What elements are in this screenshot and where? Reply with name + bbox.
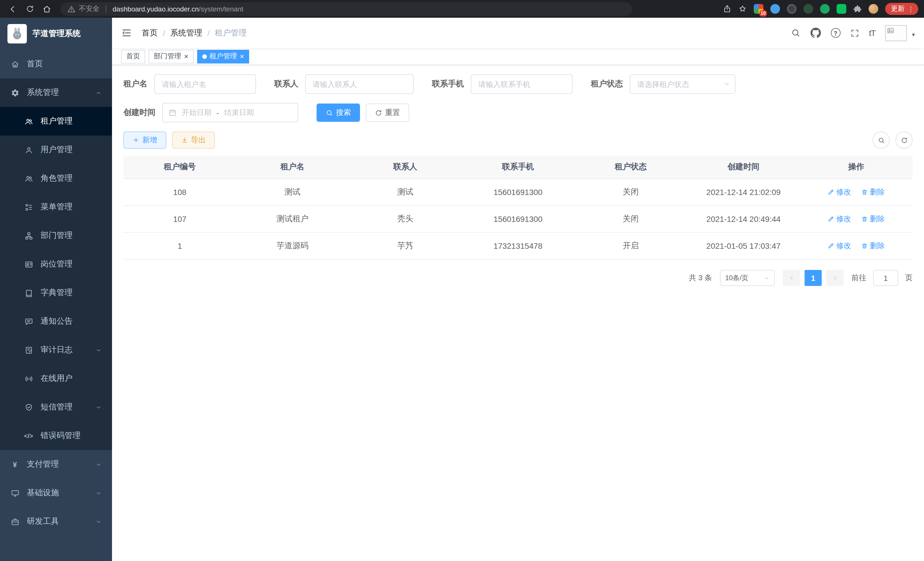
broadcast-icon — [24, 374, 33, 383]
user-icon — [24, 145, 33, 154]
status-select[interactable] — [630, 74, 735, 94]
sidebar-item-audit-log[interactable]: 审计日志 — [0, 336, 112, 364]
export-button[interactable]: 导出 — [172, 132, 215, 149]
extension-icon-2[interactable] — [770, 4, 780, 14]
cell-name: 测试 — [236, 179, 349, 206]
extension-icon-5[interactable] — [820, 4, 830, 14]
sidebar-item-home[interactable]: 首页 — [0, 50, 112, 78]
mobile-input[interactable] — [471, 74, 573, 94]
browser-back-icon[interactable] — [6, 2, 20, 16]
help-icon[interactable]: ? — [831, 28, 840, 38]
cell-name: 测试租户 — [236, 206, 349, 232]
edit-button[interactable]: 修改 — [828, 241, 851, 251]
menu-label: 系统管理 — [27, 87, 59, 98]
profile-avatar-icon[interactable] — [868, 4, 878, 14]
extension-icon-3[interactable] — [787, 4, 796, 14]
security-warning-icon[interactable] — [68, 5, 75, 13]
edit-button[interactable]: 修改 — [828, 187, 851, 197]
sidebar-item-dept[interactable]: 部门管理 — [0, 221, 112, 250]
system-submenu: 租户管理 用户管理 角色管理 — [0, 107, 112, 450]
edit-button[interactable]: 修改 — [828, 214, 851, 224]
extension-icon-4[interactable] — [803, 4, 813, 14]
menu-label: 岗位管理 — [40, 259, 73, 269]
add-button[interactable]: 新增 — [123, 132, 166, 149]
add-label: 新增 — [142, 135, 157, 145]
fullscreen-icon[interactable] — [850, 28, 859, 38]
sidebar-item-role[interactable]: 角色管理 — [0, 164, 112, 193]
dictionary-book-icon — [24, 288, 33, 297]
tag-home[interactable]: 首页 — [121, 50, 145, 63]
cell-status: 开启 — [574, 232, 687, 259]
sidebar-item-notice[interactable]: 通知公告 — [0, 307, 112, 336]
chevron-down-icon — [95, 347, 102, 353]
toggle-search-button[interactable] — [873, 132, 890, 149]
content: 租户名 联系人 联系手机 — [112, 65, 924, 561]
menu-label: 基础设施 — [27, 488, 59, 498]
log-document-icon — [24, 345, 33, 355]
caret-down-icon[interactable]: ▾ — [912, 31, 915, 38]
extension-icon-6[interactable] — [837, 4, 846, 14]
prev-page-button[interactable] — [783, 270, 800, 286]
font-size-icon[interactable]: tT — [869, 28, 875, 38]
reset-button[interactable]: 重置 — [366, 104, 409, 122]
sidebar-item-dict[interactable]: 字典管理 — [0, 278, 112, 307]
extension-icon-1[interactable]: 10 — [754, 4, 764, 14]
tenant-name-input[interactable] — [154, 74, 256, 94]
browser-update-button[interactable]: 更新 ⋮ — [885, 3, 918, 15]
breadcrumb-home[interactable]: 首页 — [142, 28, 158, 38]
goto-label: 前往 — [851, 273, 866, 283]
sidebar-item-pay[interactable]: ¥ 支付管理 — [0, 450, 112, 479]
github-icon[interactable] — [810, 27, 821, 38]
sidebar-item-system[interactable]: 系统管理 — [0, 78, 112, 107]
page-size-select[interactable] — [720, 270, 775, 286]
page-number-1[interactable]: 1 — [805, 270, 822, 286]
delete-button[interactable]: 删除 — [861, 187, 885, 197]
cell-created: 2021-12-14 20:49:44 — [687, 206, 800, 232]
breadcrumb-system[interactable]: 系统管理 — [170, 28, 202, 38]
header-search-icon[interactable] — [790, 28, 800, 38]
close-icon[interactable]: × — [184, 53, 188, 60]
sidebar-item-user[interactable]: 用户管理 — [0, 135, 112, 164]
close-icon[interactable]: × — [240, 53, 244, 60]
sidebar-item-error-code[interactable]: </> 错误码管理 — [0, 421, 112, 450]
delete-button[interactable]: 删除 — [861, 214, 885, 224]
sidebar-item-sms[interactable]: 短信管理 — [0, 393, 112, 421]
user-avatar[interactable] — [885, 25, 907, 41]
browser-refresh-icon[interactable] — [23, 2, 37, 16]
next-page-button[interactable] — [826, 270, 843, 286]
contact-input[interactable] — [305, 74, 414, 94]
sidebar-item-online-user[interactable]: 在线用户 — [0, 364, 112, 393]
cell-mobile: 17321315478 — [462, 232, 574, 259]
date-separator: - — [217, 108, 219, 117]
logo-image — [8, 24, 27, 44]
table-row: 107 测试租户 秃头 15601691300 关闭 2021-12-14 20… — [123, 206, 913, 232]
browser-home-icon[interactable] — [40, 2, 54, 16]
tree-table-icon — [24, 202, 33, 212]
cell-id: 107 — [123, 206, 236, 232]
filter-create-time: 创建时间 开始日期 - 结束日期 — [123, 103, 298, 122]
sidebar-item-post[interactable]: 岗位管理 — [0, 250, 112, 278]
search-button[interactable]: 搜索 — [316, 104, 360, 122]
sidebar-item-dev-tools[interactable]: 研发工具 — [0, 507, 112, 536]
tag-dept[interactable]: 部门管理 × — [148, 50, 194, 63]
sidebar-item-tenant[interactable]: 租户管理 — [0, 107, 112, 135]
breadcrumb-current: 租户管理 — [215, 28, 247, 38]
bookmark-star-icon[interactable] — [738, 5, 747, 13]
page-size-value[interactable] — [720, 270, 775, 286]
refresh-table-button[interactable] — [896, 132, 913, 149]
tag-tenant-active[interactable]: 租户管理 × — [197, 50, 249, 63]
delete-button[interactable]: 删除 — [861, 241, 885, 251]
date-range-picker[interactable]: 开始日期 - 结束日期 — [162, 103, 298, 122]
browser-menu-dots-icon[interactable]: ⋮ — [908, 5, 914, 13]
col-mobile: 联系手机 — [462, 156, 574, 179]
extensions-puzzle-icon[interactable] — [853, 5, 862, 13]
sidebar-item-menu[interactable]: 菜单管理 — [0, 193, 112, 221]
col-status: 租户状态 — [574, 156, 687, 179]
collapse-sidebar-icon[interactable] — [121, 27, 132, 38]
share-icon[interactable] — [723, 5, 731, 13]
sidebar-item-infra[interactable]: 基础设施 — [0, 479, 112, 507]
goto-page-input[interactable] — [873, 270, 898, 286]
app-logo[interactable]: 芋道管理系统 — [0, 18, 112, 50]
address-bar[interactable]: 不安全 dashboard.yudao.iocoder.cn/system/te… — [61, 2, 632, 16]
omnibox-divider — [106, 5, 106, 13]
